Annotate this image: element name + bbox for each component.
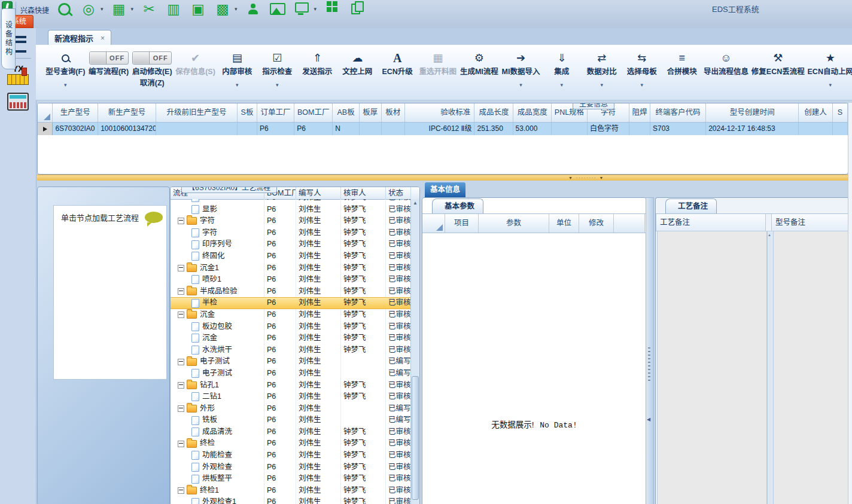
model-query-button[interactable]: 型号查询(F)▾ — [47, 50, 84, 88]
main-grid-cell[interactable]: 53.000 — [513, 123, 552, 135]
flow-header-2[interactable]: 编写人 — [296, 187, 341, 199]
monitor-icon-dropdown[interactable]: ▾ — [314, 6, 317, 12]
tree-row[interactable]: 终固化P6刘伟生钟梦飞已审核 — [171, 251, 411, 262]
monitor-icon[interactable] — [293, 1, 311, 17]
copy-icon[interactable]: ▣ — [189, 1, 207, 17]
main-grid-header-cell[interactable]: 板材 — [382, 103, 405, 122]
tree-row[interactable]: 显影P6刘伟生钟梦飞已审核 — [171, 204, 411, 216]
tree-row[interactable]: 水洗烘干P6刘伟生钟梦飞已审核 — [171, 344, 411, 356]
flow-header-4[interactable]: 状态 — [386, 187, 411, 199]
tree-row[interactable]: 沉金1P6刘伟生钟梦飞已审核 — [171, 262, 411, 274]
tree-row[interactable]: 二钻1P6刘伟生钟梦飞已审核 — [171, 391, 411, 403]
help-ring-icon[interactable]: ◎ — [80, 1, 98, 17]
main-grid-header-cell[interactable]: 成品长度 — [474, 103, 513, 122]
expand-collapse-icon[interactable] — [178, 265, 184, 271]
tab-basic-info[interactable]: 基本信息 — [425, 182, 465, 197]
main-grid-header-cell[interactable] — [38, 103, 53, 122]
main-grid-cell[interactable] — [833, 123, 848, 135]
tree-row[interactable]: 沉金P6刘伟生钟梦飞已审核 — [171, 309, 411, 321]
main-grid-cell[interactable] — [629, 123, 650, 135]
main-grid-header-cell[interactable]: 阻焊 — [629, 103, 650, 122]
close-icon[interactable]: × — [101, 34, 105, 42]
film-icon[interactable]: ▥ — [165, 1, 182, 17]
integrate-button-dropdown[interactable]: ▾ — [561, 82, 564, 88]
help-ring-icon-dropdown[interactable]: ▾ — [101, 6, 104, 12]
main-grid-cell[interactable]: 251.350 — [474, 123, 513, 135]
vertical-splitter[interactable]: ◀ — [646, 197, 654, 504]
search-icon[interactable] — [55, 1, 73, 17]
expand-collapse-icon[interactable] — [178, 441, 184, 447]
doc-control-upload-button[interactable]: ☁文控上网 — [340, 50, 375, 88]
calculator-link-icon[interactable] — [5, 93, 31, 111]
tree-row[interactable]: 终检P6刘伟生钟梦飞已审核 — [171, 438, 411, 450]
main-grid-header-cell[interactable]: 创建人 — [799, 103, 832, 122]
tab-basic-params[interactable]: 基本参数 — [432, 198, 483, 213]
cut-icon[interactable]: ✂ — [140, 1, 158, 17]
main-grid-selected-row[interactable]: 6S70302IA010010600134720P6P6NIPC-6012 Ⅱ级… — [38, 123, 848, 135]
tab-process-remarks[interactable]: 工艺备注 — [665, 198, 717, 213]
main-grid-cell[interactable]: N — [333, 123, 360, 135]
apps-grid-icon[interactable]: ▩ — [214, 1, 232, 17]
table-icon[interactable]: ▦ — [110, 1, 128, 17]
send-instruction-button[interactable]: ⇑发送指示 — [300, 50, 334, 88]
expand-collapse-icon[interactable] — [178, 405, 184, 412]
tree-row[interactable]: 钻孔1P6刘伟生钟梦飞已审核 — [171, 380, 411, 392]
tree-row[interactable]: 烘板整平P6刘伟生钟梦飞已审核 — [171, 473, 411, 485]
merge-module-button[interactable]: ≡合拼模块 — [665, 50, 699, 88]
main-grid-header-cell[interactable]: 型号创建时间 — [706, 103, 799, 122]
tree-row[interactable]: 外形P6刘伟生已编写 — [171, 403, 411, 415]
start-modify-toggle-switch[interactable]: OFF — [132, 51, 172, 65]
params-header-cell[interactable]: 修改 — [579, 214, 614, 233]
main-grid-header-cell[interactable]: S板 — [238, 103, 257, 122]
expand-collapse-icon[interactable] — [178, 288, 184, 295]
user-icon[interactable] — [244, 1, 262, 17]
tree-row[interactable]: 成品清洗P6刘伟生钟梦飞已审核 — [171, 426, 411, 438]
table-icon-dropdown[interactable]: ▾ — [131, 6, 134, 12]
ecn-auto-upload-button[interactable]: ★ECN自动上网▾ — [808, 50, 852, 88]
tree-row[interactable]: 外观检查1P6刘伟生钟梦飞已审核 — [171, 496, 411, 504]
main-grid-header-cell[interactable]: 订单工厂 — [257, 103, 294, 122]
main-grid-cell[interactable]: 2024-12-17 16:48:53 — [706, 123, 799, 135]
tree-row[interactable]: 电子测试P6刘伟生已编写 — [171, 368, 411, 380]
main-grid-cell[interactable] — [799, 123, 832, 135]
tree-row[interactable]: 铣板P6刘伟生已编写 — [171, 414, 411, 426]
expand-collapse-icon[interactable] — [178, 311, 184, 318]
write-flow-toggle[interactable]: OFF编写流程(R) — [90, 50, 128, 88]
scroll-up-icon[interactable]: ▲ — [411, 200, 419, 206]
instruction-check-button[interactable]: ☑指示检查▾ — [260, 50, 294, 88]
splitter-handle-icon[interactable]: ▼ ········ ▼ — [568, 175, 604, 181]
ecn-auto-upload-button-dropdown[interactable]: ▾ — [829, 82, 832, 88]
start-modify-toggle[interactable]: OFF启动修改(E)取消(Z) — [133, 50, 171, 99]
main-grid-cell[interactable] — [382, 123, 405, 135]
main-grid-cell[interactable] — [156, 123, 238, 135]
model-remarks-textarea[interactable] — [773, 231, 852, 504]
fix-ecn-lost-flow-button[interactable]: ⚒修复ECN丢流程 — [753, 50, 803, 88]
main-grid-cell[interactable]: P6 — [257, 123, 294, 135]
main-grid-cell[interactable] — [552, 123, 588, 135]
internal-review-button-dropdown[interactable]: ▾ — [236, 82, 239, 88]
main-grid-cell[interactable]: IPC-6012 Ⅱ级 — [405, 123, 474, 135]
main-grid-header-cell[interactable]: 验收标准 — [405, 103, 475, 122]
main-grid-header-cell[interactable]: 成品宽度 — [513, 103, 552, 122]
main-grid-header-cell[interactable]: 生产型号 — [53, 103, 98, 122]
params-header-cell[interactable] — [422, 214, 445, 233]
main-grid-header-cell[interactable]: 升级前旧生产型号 — [156, 103, 238, 122]
integrate-button[interactable]: ⇓集成▾ — [544, 50, 579, 88]
main-grid-cell[interactable]: 白色字符 — [588, 123, 629, 135]
data-compare-button[interactable]: ⇄数据对比▾ — [585, 50, 619, 88]
internal-review-button[interactable]: ▤内部审核▾ — [220, 50, 254, 88]
tree-row[interactable]: 板边包胶P6刘伟生钟梦飞已审核 — [171, 321, 411, 333]
mi-data-import-button-dropdown[interactable]: ▾ — [519, 82, 522, 88]
model-query-button-dropdown[interactable]: ▾ — [64, 82, 67, 88]
main-grid-cell[interactable]: 10010600134720 — [98, 123, 156, 135]
export-flow-info-button[interactable]: ☺导出流程信息 — [705, 50, 747, 88]
tree-row[interactable]: 沉金P6刘伟生钟梦飞已审核 — [171, 332, 411, 344]
select-mother-board-button-dropdown[interactable]: ▾ — [641, 82, 644, 88]
scrollbar-thumb[interactable] — [412, 376, 419, 499]
flow-tree-scrollbar[interactable]: ▲ — [410, 199, 419, 504]
data-compare-button-dropdown[interactable]: ▾ — [601, 82, 604, 88]
tree-row[interactable]: 喷砂1P6刘伟生钟梦飞已审核 — [171, 274, 411, 286]
main-grid-header-cell[interactable]: 板厚 — [360, 103, 382, 122]
expand-collapse-icon[interactable] — [178, 487, 184, 494]
tab-new-flow-instruction[interactable]: 新流程指示 × — [48, 30, 111, 45]
